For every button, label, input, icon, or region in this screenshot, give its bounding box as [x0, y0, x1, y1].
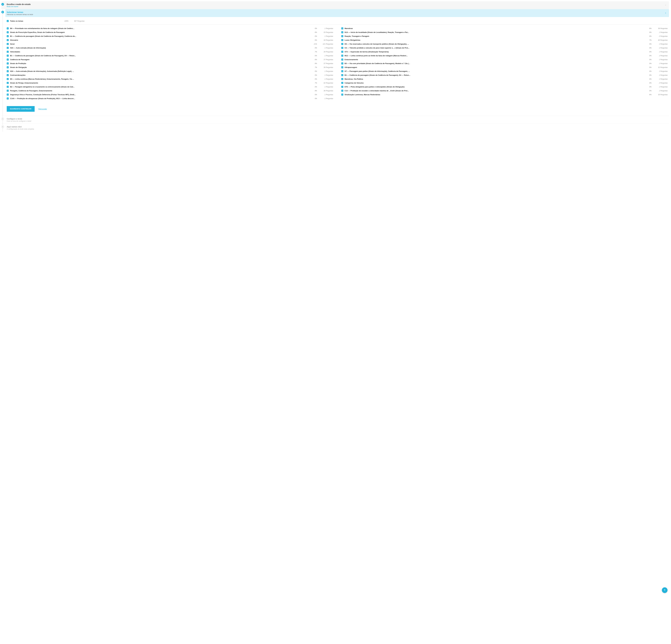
checkbox-all[interactable]	[7, 20, 9, 22]
topic-checkbox[interactable]	[7, 74, 9, 76]
step-1[interactable]: Escolha o modo de estudo Modo de exame	[1, 1, 669, 9]
back-link[interactable]: Retroceder	[38, 108, 47, 110]
topic-checkbox[interactable]	[7, 27, 9, 29]
topic-checkbox[interactable]	[341, 35, 343, 37]
topic-label: Contraordenações	[10, 74, 309, 76]
topic-row[interactable]: D6 — Via reservada a veículos de transpo…	[341, 42, 668, 46]
topic-checkbox[interactable]	[341, 78, 343, 80]
topic-qcount: 32 Perguntas	[653, 66, 668, 69]
topic-row[interactable]: Manobras, Via Pública0%1 Perguntas	[341, 77, 668, 81]
topic-qcount: 1 Perguntas	[318, 94, 333, 96]
step-4[interactable]: 4 Aqui vamos nós! A configuração do test…	[1, 124, 669, 132]
step-2-header[interactable]: Selecionar temas Adicionar ou remover te…	[5, 9, 669, 17]
topic-row[interactable]: Sinais de Obrigação7%39 Perguntas	[7, 65, 333, 69]
topic-checkbox[interactable]	[341, 90, 343, 92]
topic-row[interactable]: M1 — Linha contínua (Marcas Rodoviárias)…	[7, 77, 333, 81]
topic-checkbox[interactable]	[7, 39, 9, 41]
topic-row[interactable]: Categorias de Veículos0%2 Perguntas	[341, 81, 668, 85]
topic-checkbox[interactable]	[341, 39, 343, 41]
topic-row[interactable]: Sinais de Prescrição Específica, Sinais …	[7, 30, 333, 34]
topic-checkbox[interactable]	[7, 62, 9, 64]
topic-checkbox[interactable]	[341, 66, 343, 69]
topic-pct: 0%	[311, 35, 317, 37]
topic-qcount: 1 Perguntas	[318, 27, 333, 29]
topic-row[interactable]: Contraordenações0%1 Perguntas	[7, 73, 333, 77]
topic-qcount: 35 Perguntas	[653, 94, 668, 96]
topic-row[interactable]: Geral21%121 Perguntas	[7, 42, 333, 46]
step-4-title: Aqui vamos nós!	[7, 126, 667, 128]
topic-row[interactable]: B1 — Cedência de passagem (Sinais de Ced…	[7, 34, 333, 38]
topic-label: Reação, Travagem e Paragem	[345, 35, 644, 37]
topic-checkbox[interactable]	[7, 98, 9, 99]
step-3-sub: Está na hora de configurar o teste!	[7, 120, 667, 122]
topic-checkbox[interactable]	[7, 94, 9, 96]
topic-checkbox[interactable]	[341, 43, 343, 45]
topic-checkbox[interactable]	[341, 94, 343, 96]
topic-row[interactable]: M12 — Linha contínua junto ao limite da …	[341, 54, 668, 58]
topic-checkbox[interactable]	[341, 47, 343, 49]
topic-row[interactable]: ST3 — Supressão de berma (Sinalização Te…	[341, 50, 668, 54]
topic-row[interactable]: Luzes Obrigatórias7%40 Perguntas	[341, 38, 668, 42]
topic-label: B2 — Paragem obrigatória no cruzamento o…	[10, 86, 309, 88]
topic-row[interactable]: B1 — Cedência de passagem (Sinais de Ced…	[341, 73, 668, 77]
topics-col-left: B6 — Prioridade nos estreitamentos da fa…	[7, 26, 333, 100]
topic-row[interactable]: Cedência de Passagem6%37 Perguntas	[7, 58, 333, 62]
topic-row[interactable]: H24 — Auto-estrada (Sinais de Informação…	[7, 46, 333, 50]
topic-row[interactable]: N1A — Início de localidade (Sinais de Lo…	[341, 30, 668, 34]
topic-row[interactable]: B1 — Cedência de passagem (Sinais de Ced…	[7, 54, 333, 58]
topic-checkbox[interactable]	[7, 86, 9, 88]
topic-row[interactable]: Estacionamento0%1 Perguntas	[341, 58, 668, 62]
topic-row[interactable]: Sinais de Proibição6%37 Perguntas	[7, 62, 333, 65]
topic-row[interactable]: B6 — Prioridade nos estreitamentos da fa…	[7, 26, 333, 30]
topic-row[interactable]: Sinalização Luminosa, Marcas Rodoviárias…	[341, 92, 668, 97]
topic-row[interactable]: Segurança Ativa e Passiva, Condução Defe…	[7, 92, 333, 97]
topic-row[interactable]: D7E — Pista obrigatória para peões e vel…	[341, 85, 668, 89]
topic-checkbox[interactable]	[7, 90, 9, 92]
all-topics-row[interactable]: Todos os temas 100% 587 Perguntas	[7, 18, 85, 24]
topic-checkbox[interactable]	[7, 55, 9, 57]
topic-label: H24 — Auto-estrada (Sinais de Informação…	[10, 47, 309, 49]
step-3[interactable]: 3 Configure o teste Está na hora de conf…	[1, 116, 669, 124]
topic-qcount: 2 Perguntas	[653, 35, 668, 37]
check-icon	[342, 36, 343, 37]
save-continue-button[interactable]: GUARDAR E CONTINUAR	[7, 106, 35, 112]
topic-checkbox[interactable]	[341, 62, 343, 64]
topic-row[interactable]: Manobras6%36 Perguntas	[341, 26, 668, 30]
topic-row[interactable]: Velocidades7%39 Perguntas	[7, 50, 333, 54]
topic-checkbox[interactable]	[341, 82, 343, 84]
topic-row[interactable]: B3 — Via com prioridade (Sinais de Cedên…	[341, 62, 668, 65]
topic-checkbox[interactable]	[7, 47, 9, 49]
topic-row[interactable]: Paragem, Cedência de Passagem, Estaciona…	[7, 89, 333, 92]
topic-checkbox[interactable]	[7, 35, 9, 37]
topic-row[interactable]: Reação, Travagem e Paragem0%2 Perguntas	[341, 34, 668, 38]
topic-qcount: 1 Perguntas	[318, 35, 333, 37]
topic-checkbox[interactable]	[341, 70, 343, 72]
topic-checkbox[interactable]	[7, 51, 9, 53]
step-2-body: Todos os temas 100% 587 Perguntas B6 — P…	[5, 17, 669, 116]
topic-checkbox[interactable]	[7, 31, 9, 33]
topic-checkbox[interactable]	[7, 43, 9, 45]
topic-checkbox[interactable]	[341, 51, 343, 53]
topic-checkbox[interactable]	[7, 78, 9, 80]
topic-checkbox[interactable]	[7, 82, 9, 84]
topic-row[interactable]: H24 — Auto-estrada (Sinais de Informação…	[7, 69, 333, 73]
topic-row[interactable]: C14A — Proibição de ultrapassar (Sinais …	[7, 97, 333, 100]
topic-checkbox[interactable]	[341, 86, 343, 88]
topic-row[interactable]: C13 — Proibição de exceder a velocidade …	[341, 89, 668, 92]
topic-checkbox[interactable]	[341, 74, 343, 76]
topic-checkbox[interactable]	[7, 70, 9, 72]
topic-checkbox[interactable]	[7, 59, 9, 61]
topic-row[interactable]: Sinais de Perigo, Estacionamento7%42 Per…	[7, 81, 333, 85]
topic-checkbox[interactable]	[341, 59, 343, 61]
topic-checkbox[interactable]	[341, 27, 343, 29]
topic-row[interactable]: Ultrapassagem5%32 Perguntas	[341, 65, 668, 69]
topic-pct: 0%	[645, 43, 651, 45]
check-icon	[7, 55, 9, 57]
topic-row[interactable]: H7 — Passagem para peões (Sinais de Info…	[341, 69, 668, 73]
topic-row[interactable]: C6 — Trânsito proibido a veículos de pes…	[341, 46, 668, 50]
topic-checkbox[interactable]	[341, 31, 343, 33]
topic-row[interactable]: Glossário6%34 Perguntas	[7, 38, 333, 42]
topic-row[interactable]: B2 — Paragem obrigatória no cruzamento o…	[7, 85, 333, 89]
topic-checkbox[interactable]	[341, 55, 343, 57]
topic-checkbox[interactable]	[7, 66, 9, 69]
